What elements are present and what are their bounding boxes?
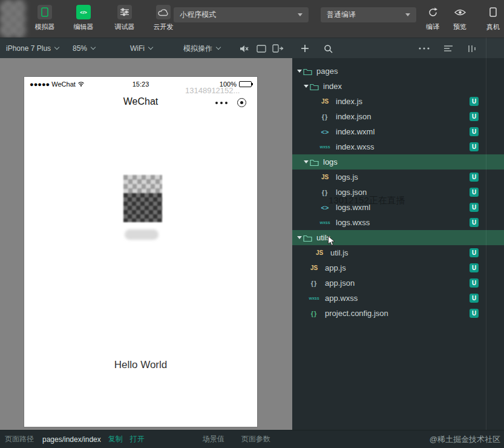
preview-button[interactable]: 预览 xyxy=(447,5,473,31)
network-select[interactable]: WiFi xyxy=(130,38,152,59)
compile-label: 编译 xyxy=(426,22,439,31)
file-name: logs.js xyxy=(336,173,358,182)
layout-columns-icon[interactable] xyxy=(468,38,476,59)
folder-icon xyxy=(303,68,315,75)
zoom-select[interactable]: 85% xyxy=(73,38,95,59)
simulator-label: 模拟器 xyxy=(35,22,55,31)
simulate-action-select[interactable]: 模拟操作 xyxy=(183,38,220,59)
search-icon[interactable] xyxy=(324,38,333,59)
exit-circle-icon[interactable] xyxy=(237,98,246,107)
file-name: app.js xyxy=(325,263,346,272)
tree-folder-logs[interactable]: logs xyxy=(292,154,504,170)
dropdown-arrow-icon xyxy=(405,13,410,16)
simulator-button[interactable]: 模拟器 xyxy=(28,5,62,31)
chevron-down-icon xyxy=(296,236,303,239)
more-options-icon[interactable] xyxy=(419,38,430,59)
collapse-all-icon[interactable] xyxy=(443,38,453,59)
json-file-icon: {} xyxy=(318,189,332,196)
file-name: app.json xyxy=(325,278,355,288)
tree-file-index-js[interactable]: JS index.js U xyxy=(292,94,504,109)
debugger-label: 调试器 xyxy=(115,22,135,31)
wxss-file-icon: wxss xyxy=(318,145,332,149)
file-name: util.js xyxy=(330,248,349,257)
chevron-down-icon xyxy=(303,85,310,88)
tree-file-app-json[interactable]: {} app.json U xyxy=(292,275,504,291)
device-model-select[interactable]: iPhone 7 Plus xyxy=(6,38,59,59)
debugger-icon xyxy=(117,5,132,19)
folder-name: logs xyxy=(323,157,338,166)
chevron-down-icon xyxy=(54,45,59,50)
zoom-value: 85% xyxy=(73,44,87,53)
capsule-menu[interactable] xyxy=(215,98,246,107)
tree-file-logs-json[interactable]: {} logs.json U xyxy=(292,185,504,200)
compile-mode-select[interactable]: 普通编译 xyxy=(321,7,416,22)
chevron-down-icon xyxy=(216,45,221,50)
chevron-down-icon xyxy=(296,70,303,73)
tree-folder-utils[interactable]: utils xyxy=(292,230,504,245)
chevron-down-icon xyxy=(91,45,96,50)
add-file-icon[interactable] xyxy=(301,38,309,59)
tree-file-app-wxss[interactable]: wxss app.wxss U xyxy=(292,291,504,306)
tree-file-util-js[interactable]: JS util.js U xyxy=(292,245,504,260)
page-params-label[interactable]: 页面参数 xyxy=(241,434,270,444)
scene-value-label[interactable]: 场景值 xyxy=(203,434,224,444)
device-model-value: iPhone 7 Plus xyxy=(6,44,51,53)
file-name: index.json xyxy=(336,112,371,121)
js-file-icon: JS xyxy=(318,174,332,180)
json-file-icon: {} xyxy=(318,113,332,120)
eye-icon xyxy=(454,5,466,19)
folder-icon xyxy=(303,234,315,242)
network-value: WiFi xyxy=(130,44,145,53)
file-name: app.wxss xyxy=(325,294,358,303)
js-file-icon: JS xyxy=(312,249,327,256)
screen-frame-icon[interactable] xyxy=(257,38,266,59)
tree-folder-index[interactable]: index xyxy=(292,79,504,94)
send-to-phone-icon[interactable] xyxy=(272,38,284,59)
mode-select[interactable]: 小程序模式 xyxy=(174,7,309,22)
wxml-file-icon: <> xyxy=(318,128,332,136)
unsaved-badge: U xyxy=(470,309,479,318)
copy-link[interactable]: 复制 xyxy=(108,434,123,444)
tree-file-project-config[interactable]: {} project.config.json U xyxy=(292,306,504,321)
debugger-button[interactable]: 调试器 xyxy=(108,5,142,31)
real-device-label: 真机 xyxy=(486,22,500,31)
js-file-icon: JS xyxy=(318,98,332,105)
tree-file-index-wxml[interactable]: <> index.wxml U xyxy=(292,124,504,139)
more-dots-icon[interactable] xyxy=(215,101,228,105)
editor-button[interactable]: </> 编辑器 xyxy=(67,5,100,31)
compile-button[interactable]: 编译 xyxy=(419,5,446,31)
file-name: logs.wxss xyxy=(336,218,370,227)
wifi-icon xyxy=(77,81,85,87)
wxss-file-icon: wxss xyxy=(307,296,321,300)
panel-divider[interactable] xyxy=(486,38,486,430)
avatar xyxy=(123,175,162,222)
tree-file-logs-wxml[interactable]: <> logs.wxml U xyxy=(292,200,504,215)
tree-file-index-wxss[interactable]: wxss index.wxss U xyxy=(292,139,504,154)
unsaved-badge: U xyxy=(470,218,479,227)
open-link[interactable]: 打开 xyxy=(130,434,145,444)
watermark-text: @稀土掘金技术社区 xyxy=(430,434,500,445)
tree-file-index-json[interactable]: {} index.json U xyxy=(292,109,504,124)
phone-screen[interactable]: ●●●●● WeChat 15:23 100% WeChat 131489121… xyxy=(24,77,257,427)
mode-select-value: 小程序模式 xyxy=(180,10,216,20)
tree-folder-pages[interactable]: pages xyxy=(292,64,504,79)
hello-world-text: Hello World xyxy=(24,359,257,371)
file-name: logs.json xyxy=(336,188,367,197)
page-path-label: 页面路径 xyxy=(5,434,34,444)
mute-icon[interactable] xyxy=(240,38,249,59)
unsaved-badge: U xyxy=(470,263,479,272)
preview-label: 预览 xyxy=(453,22,466,31)
js-file-icon: JS xyxy=(307,265,321,271)
unsaved-badge: U xyxy=(470,97,479,106)
cloud-icon xyxy=(156,5,171,19)
unsaved-badge: U xyxy=(470,188,479,197)
tree-file-logs-wxss[interactable]: wxss logs.wxss U xyxy=(292,215,504,230)
unsaved-badge: U xyxy=(470,142,479,151)
bottom-status-bar: 页面路径 pages/index/index 复制 打开 场景值 页面参数 @稀… xyxy=(0,430,504,448)
compile-mode-value: 普通编译 xyxy=(327,10,356,20)
tree-file-logs-js[interactable]: JS logs.js U xyxy=(292,170,504,185)
real-device-button[interactable]: 真机 xyxy=(480,5,504,31)
unsaved-badge: U xyxy=(470,248,479,257)
tree-file-app-js[interactable]: JS app.js U xyxy=(292,260,504,275)
folder-icon xyxy=(310,83,322,90)
